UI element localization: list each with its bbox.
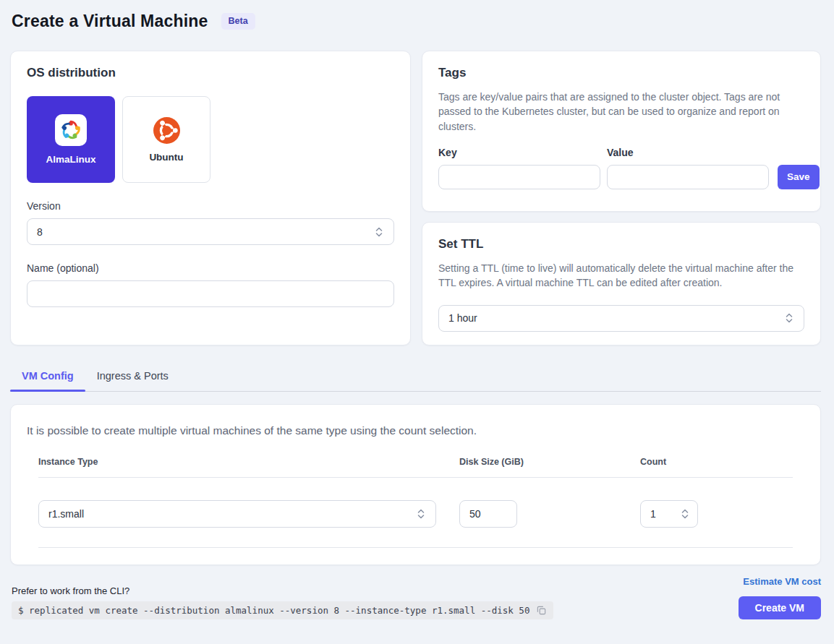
create-vm-button[interactable]: Create VM bbox=[739, 596, 821, 619]
set-ttl-card: Set TTL Setting a TTL (time to live) wil… bbox=[422, 222, 821, 345]
tags-card-title: Tags bbox=[438, 66, 804, 80]
tab-bar: VM Config Ingress & Ports bbox=[10, 361, 821, 392]
page-header: Create a Virtual Machine Beta bbox=[12, 12, 821, 31]
os-tile-almalinux-label: AlmaLinux bbox=[46, 154, 95, 165]
save-tag-button[interactable]: Save bbox=[778, 165, 820, 189]
page-title: Create a Virtual Machine bbox=[12, 12, 208, 31]
vm-config-description: It is possible to create multiple virtua… bbox=[27, 424, 804, 437]
top-cards-row: OS distribution AlmaLinux bbox=[10, 51, 821, 345]
os-tile-almalinux[interactable]: AlmaLinux bbox=[27, 96, 115, 183]
footer: Prefer to work from the CLI? $ replicate… bbox=[10, 576, 821, 619]
column-header-instance-type: Instance Type bbox=[38, 457, 459, 477]
os-card-title: OS distribution bbox=[27, 66, 394, 80]
ttl-card-title: Set TTL bbox=[438, 237, 804, 252]
tab-ingress-ports[interactable]: Ingress & Ports bbox=[85, 361, 180, 391]
count-value: 1 bbox=[650, 508, 656, 520]
os-tile-ubuntu[interactable]: Ubuntu bbox=[122, 96, 210, 183]
chevron-updown-icon bbox=[374, 225, 384, 239]
name-label: Name (optional) bbox=[27, 262, 394, 274]
os-tile-ubuntu-label: Ubuntu bbox=[149, 152, 183, 163]
chevron-updown-icon bbox=[416, 507, 426, 521]
chevron-updown-icon bbox=[680, 507, 690, 521]
beta-badge: Beta bbox=[221, 13, 255, 30]
right-column: Tags Tags are key/value pairs that are a… bbox=[422, 51, 821, 345]
version-label: Version bbox=[27, 200, 394, 212]
tags-card: Tags Tags are key/value pairs that are a… bbox=[422, 51, 821, 212]
cli-block: Prefer to work from the CLI? $ replicate… bbox=[12, 585, 553, 619]
ubuntu-logo-icon bbox=[153, 117, 180, 144]
ttl-select-value: 1 hour bbox=[448, 312, 477, 324]
instance-table: Instance Type Disk Size (GiB) Count r1.s… bbox=[27, 457, 804, 548]
vm-config-card: It is possible to create multiple virtua… bbox=[10, 404, 821, 565]
instance-type-select[interactable]: r1.small bbox=[38, 500, 436, 528]
ttl-description: Setting a TTL (time to live) will automa… bbox=[438, 261, 804, 291]
tag-value-label: Value bbox=[607, 147, 769, 158]
instance-table-header: Instance Type Disk Size (GiB) Count bbox=[38, 457, 793, 478]
cli-command: $ replicated vm create --distribution al… bbox=[12, 601, 553, 619]
name-input[interactable] bbox=[27, 280, 394, 307]
ttl-select[interactable]: 1 hour bbox=[438, 305, 804, 332]
tag-form: Key Value Save bbox=[438, 147, 804, 189]
cli-command-text: $ replicated vm create --distribution al… bbox=[18, 605, 529, 616]
instance-type-value: r1.small bbox=[48, 508, 84, 520]
instance-table-row: r1.small 1 bbox=[38, 478, 793, 548]
version-select[interactable]: 8 bbox=[27, 218, 394, 245]
tag-value-input[interactable] bbox=[607, 165, 769, 189]
copy-icon[interactable] bbox=[536, 605, 547, 616]
disk-size-input[interactable] bbox=[459, 500, 517, 528]
tag-key-field: Key bbox=[438, 147, 600, 189]
count-stepper[interactable]: 1 bbox=[640, 500, 698, 528]
os-tiles: AlmaLinux Ubuntu bbox=[27, 96, 394, 183]
footer-actions: Estimate VM cost Create VM bbox=[739, 576, 821, 619]
os-distribution-card: OS distribution AlmaLinux bbox=[10, 51, 411, 345]
tag-key-input[interactable] bbox=[438, 165, 600, 189]
tag-key-label: Key bbox=[438, 147, 600, 158]
cli-label: Prefer to work from the CLI? bbox=[12, 585, 553, 596]
chevron-updown-icon bbox=[784, 311, 794, 325]
page: Create a Virtual Machine Beta OS distrib… bbox=[0, 0, 834, 619]
version-select-value: 8 bbox=[37, 226, 43, 238]
almalinux-logo-icon bbox=[55, 114, 87, 146]
tag-value-field: Value bbox=[607, 147, 769, 189]
tags-description: Tags are key/value pairs that are assign… bbox=[438, 90, 804, 134]
tab-vm-config[interactable]: VM Config bbox=[10, 361, 85, 391]
column-header-disk-size: Disk Size (GiB) bbox=[459, 457, 640, 477]
estimate-vm-cost-link[interactable]: Estimate VM cost bbox=[743, 576, 821, 587]
column-header-count: Count bbox=[640, 457, 793, 477]
